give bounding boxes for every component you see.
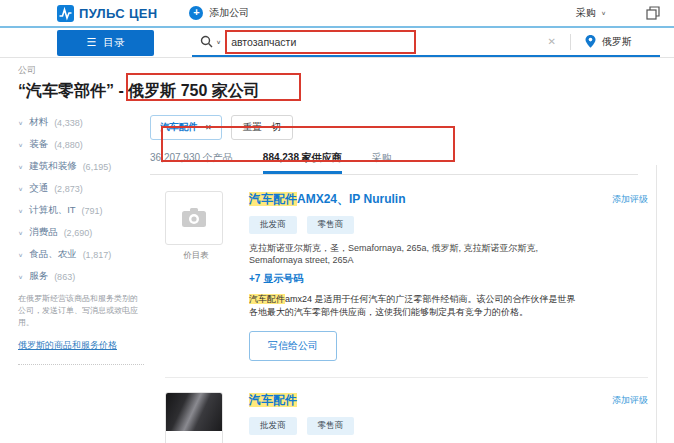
reset-all-button[interactable]: 重置一切	[231, 115, 293, 140]
badges-row: 批发商 零售商	[249, 417, 578, 435]
region-label: 俄罗斯	[602, 35, 632, 49]
chevron-down-icon: ∨	[18, 185, 23, 191]
category-count: (2,690)	[64, 228, 93, 238]
pulse-logo-icon	[57, 5, 74, 22]
region-selector[interactable]: 俄罗斯	[585, 35, 632, 49]
category-count: (791)	[82, 206, 103, 216]
tab-procurement[interactable]: 采购	[372, 151, 392, 174]
search-divider	[570, 34, 571, 50]
thumb-column: 价目表	[165, 191, 227, 361]
category-count: (2,873)	[54, 184, 83, 194]
category-label: 材料	[29, 116, 48, 129]
price-list-label[interactable]: 价目表	[165, 250, 227, 262]
company-title-link[interactable]: 汽车配件	[249, 392, 578, 409]
page-title-suffix: - 俄罗斯 750 家公司	[114, 82, 260, 99]
top-header: ПУЛЬС ЦЕН + 添加公司 采购 ∨	[0, 0, 674, 28]
page-title-quoted: “汽车零部件”	[18, 82, 114, 99]
plus-icon: +	[189, 6, 203, 20]
sidebar-note: 在俄罗斯经营该商品和服务类别的公司，发送订单、写消息或致电应用。	[18, 293, 138, 329]
search-field[interactable]: ∨ ✕ 俄罗斯	[192, 29, 660, 57]
page-title: “汽车零部件” - 俄罗斯 750 家公司	[18, 81, 674, 102]
category-label: 交通	[29, 182, 48, 195]
chevron-down-icon: ∨	[18, 163, 23, 169]
category-label: 计算机、IT	[29, 204, 75, 217]
filter-row: 汽车配件 ✕ 重置一切	[150, 115, 674, 140]
sidebar-item-construction[interactable]: ∨ 建筑和装修 (6,195)	[18, 160, 147, 173]
add-rating-link[interactable]: 添加评级	[612, 193, 648, 206]
category-label: 建筑和装修	[29, 160, 77, 173]
search-input[interactable]	[231, 36, 533, 48]
photo-whitespace	[166, 431, 222, 443]
procurement-dropdown[interactable]: 采购 ∨	[576, 6, 606, 20]
sidebar-item-equipment[interactable]: ∨ 装备 (4,880)	[18, 138, 147, 151]
category-label: 消费品	[29, 226, 58, 239]
card-body: 添加评级 汽车配件 批发商 零售商 十月镇村，呃，121，奥斯特罗夫齐，圣，中环…	[249, 392, 648, 443]
company-title-link[interactable]: 汽车配件AMX24、IP Nurulin	[249, 191, 578, 208]
remove-filter-icon[interactable]: ✕	[205, 123, 212, 132]
chevron-down-icon: ∨	[18, 141, 23, 147]
badges-row: 批发商 零售商	[249, 216, 578, 234]
logo[interactable]: ПУЛЬС ЦЕН	[57, 5, 157, 22]
catalog-button[interactable]: ☰ 目录	[57, 30, 154, 56]
copy-windows-icon[interactable]	[646, 6, 660, 20]
category-count: (4,338)	[54, 118, 83, 128]
sidebar-item-consumer-goods[interactable]: ∨ 消费品 (2,690)	[18, 226, 147, 239]
procurement-label: 采购	[576, 6, 596, 20]
add-rating-link[interactable]: 添加评级	[612, 394, 648, 407]
add-company-label: 添加公司	[209, 6, 249, 20]
add-company-button[interactable]: + 添加公司	[189, 6, 249, 20]
chevron-down-icon: ∨	[18, 229, 23, 235]
location-pin-icon	[585, 35, 596, 48]
search-bar-row: ☰ 目录 ∨ ✕ 俄罗斯	[0, 28, 674, 58]
supplier-list: 价目表 添加评级 汽车配件AMX24、IP Nurulin 批发商 零售商 克拉…	[150, 191, 674, 443]
sidebar: ∨ 材料 (4,338) ∨ 装备 (4,880) ∨ 建筑和装修 (6,195…	[0, 110, 147, 443]
supplier-card: 价目表 添加评级 汽车配件 批发商 零售商 十月镇村，呃，121，奥斯特罗夫齐，…	[150, 392, 648, 443]
category-count: (1,817)	[83, 250, 112, 260]
company-thumbnail[interactable]	[165, 191, 223, 245]
company-thumbnail[interactable]	[165, 392, 223, 443]
sidebar-item-food-agriculture[interactable]: ∨ 食品、农业 (1,817)	[18, 248, 147, 261]
menu-icon: ☰	[87, 36, 97, 49]
chevron-down-icon: ∨	[18, 119, 23, 125]
category-count: (4,880)	[54, 140, 83, 150]
logo-text: ПУЛЬС ЦЕН	[79, 6, 157, 21]
sidebar-item-transport[interactable]: ∨ 交通 (2,873)	[18, 182, 147, 195]
write-to-company-button[interactable]: 写信给公司	[249, 331, 337, 361]
tab-suppliers[interactable]: 884,238 家供应商	[263, 151, 342, 174]
category-label: 装备	[29, 138, 48, 151]
sidebar-item-services[interactable]: ∨ 服务 (863)	[18, 270, 147, 283]
chevron-down-icon: ∨	[18, 273, 23, 279]
chevron-down-icon: ∨	[18, 207, 23, 213]
retailer-badge: 零售商	[307, 417, 355, 435]
company-address: 克拉斯诺亚尔斯克，圣，Semafornaya, 265a, 俄罗斯, 克拉斯诺亚…	[249, 242, 578, 265]
description-highlight: 汽车配件	[249, 294, 285, 304]
search-icon	[200, 35, 213, 48]
title-rest: AMX24、IP Nurulin	[297, 192, 405, 206]
wholesaler-badge: 批发商	[249, 216, 297, 234]
category-label: 服务	[29, 270, 48, 283]
filter-chip-auto-parts[interactable]: 汽车配件 ✕	[150, 115, 222, 140]
sidebar-item-computers-it[interactable]: ∨ 计算机、IT (791)	[18, 204, 147, 217]
chevron-down-icon: ∨	[18, 251, 23, 257]
page: ПУЛЬС ЦЕН + 添加公司 采购 ∨ ☰ 目录 ∨ ✕	[0, 0, 674, 443]
tab-products[interactable]: 36,207,930 个产品	[150, 151, 233, 174]
search-scope-chevron-icon[interactable]: ∨	[216, 38, 221, 44]
title-highlight: 汽车配件	[249, 393, 297, 407]
clear-search-icon[interactable]: ✕	[548, 36, 556, 47]
company-photo	[166, 393, 222, 431]
sidebar-prices-link[interactable]: 俄罗斯的商品和服务价格	[18, 339, 117, 352]
chevron-down-icon: ∨	[601, 10, 606, 16]
thumb-column: 价目表	[165, 392, 227, 443]
category-label: 食品、农业	[29, 248, 77, 261]
title-highlight: 汽车配件	[249, 192, 297, 206]
description-rest: amx24 是适用于任何汽车的广泛零部件经销商。该公司的合作伙伴是世界各地最大的…	[249, 294, 576, 317]
tabs: 36,207,930 个产品 884,238 家供应商 采购	[150, 151, 638, 175]
catalog-label: 目录	[103, 36, 124, 50]
card-body: 添加评级 汽车配件AMX24、IP Nurulin 批发商 零售商 克拉斯诺亚尔…	[249, 191, 648, 361]
wholesaler-badge: 批发商	[249, 417, 297, 435]
breadcrumb[interactable]: 公司	[18, 64, 674, 77]
show-phone-link[interactable]: +7 显示号码	[249, 272, 578, 286]
main-area: 汽车配件 ✕ 重置一切 36,207,930 个产品 884,238 家供应商 …	[147, 110, 674, 443]
filter-chip-label: 汽车配件	[160, 121, 198, 134]
sidebar-item-materials[interactable]: ∨ 材料 (4,338)	[18, 116, 147, 129]
